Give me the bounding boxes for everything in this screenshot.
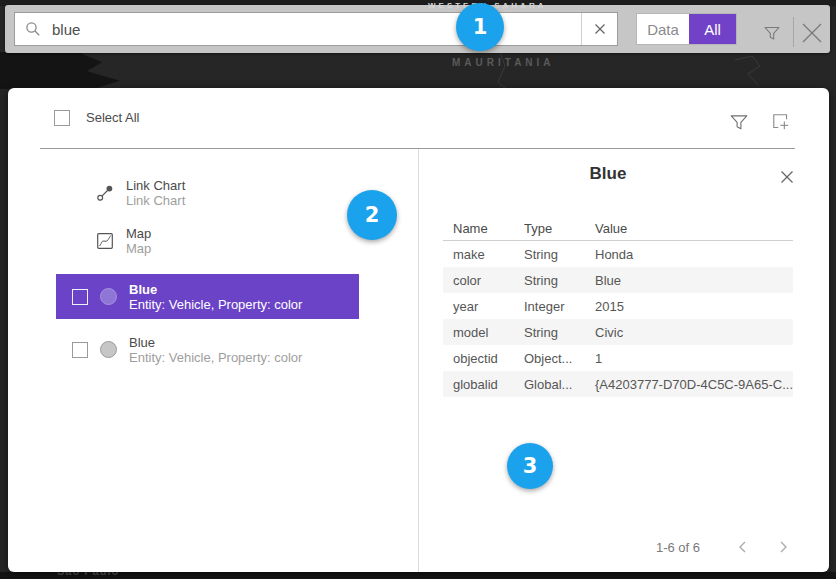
add-to-selection-button[interactable] bbox=[771, 112, 791, 132]
result-item-text: Link Chart Link Chart bbox=[126, 178, 185, 208]
close-x-icon bbox=[801, 22, 823, 44]
table-row: globalid Global... {A4203777-D70D-4C5C-9… bbox=[443, 371, 793, 397]
toolbar-filter-button[interactable] bbox=[759, 20, 785, 46]
close-x-icon bbox=[780, 170, 794, 184]
filter-funnel-icon bbox=[729, 112, 749, 132]
result-item-text: Blue Entity: Vehicle, Property: color bbox=[129, 335, 302, 365]
chevron-right-icon bbox=[774, 538, 792, 556]
column-header-name: Name bbox=[453, 221, 524, 236]
link-chart-icon bbox=[96, 184, 114, 202]
attribute-table-header: Name Type Value bbox=[443, 216, 793, 241]
result-item-text: Map Map bbox=[126, 226, 151, 256]
cell-value: Blue bbox=[595, 273, 793, 288]
result-item-subtitle: Map bbox=[126, 241, 151, 256]
cell-type: Object... bbox=[524, 351, 595, 366]
toolbar-divider bbox=[793, 17, 794, 47]
search-box[interactable] bbox=[14, 12, 618, 46]
detail-title: Blue bbox=[458, 164, 758, 184]
scope-all-button[interactable]: All bbox=[689, 14, 736, 44]
chevron-left-icon bbox=[734, 538, 752, 556]
table-row: make String Honda bbox=[443, 241, 793, 267]
clear-x-icon bbox=[594, 23, 606, 35]
cell-name: year bbox=[453, 299, 524, 314]
cell-type: String bbox=[524, 325, 595, 340]
result-item-title: Map bbox=[126, 226, 151, 241]
cell-name: model bbox=[453, 325, 524, 340]
scope-data-button[interactable]: Data bbox=[637, 14, 689, 44]
cell-type: Global... bbox=[524, 377, 595, 392]
pagination-prev-button[interactable] bbox=[734, 538, 752, 556]
result-item-checkbox[interactable] bbox=[72, 342, 88, 358]
pagination-next-button[interactable] bbox=[774, 538, 792, 556]
search-icon bbox=[25, 21, 41, 37]
cell-value: 2015 bbox=[595, 299, 793, 314]
search-toolbar: Data All bbox=[5, 5, 830, 53]
cell-name: globalid bbox=[453, 377, 524, 392]
select-all-label: Select All bbox=[86, 110, 139, 125]
column-header-type: Type bbox=[524, 221, 595, 236]
entity-circle-icon bbox=[100, 341, 117, 358]
result-item-map[interactable]: Map Map bbox=[56, 218, 359, 263]
result-item-blue[interactable]: Blue Entity: Vehicle, Property: color bbox=[56, 327, 359, 372]
add-selection-icon bbox=[771, 112, 791, 132]
map-boundary-lines bbox=[0, 52, 836, 89]
toolbar-close-button[interactable] bbox=[799, 20, 825, 46]
result-item-blue-selected[interactable]: Blue Entity: Vehicle, Property: color bbox=[56, 274, 359, 319]
result-item-link-chart[interactable]: Link Chart Link Chart bbox=[56, 170, 359, 215]
table-row: objectid Object... 1 bbox=[443, 345, 793, 371]
cell-value: 1 bbox=[595, 351, 793, 366]
cell-type: String bbox=[524, 273, 595, 288]
table-row: year Integer 2015 bbox=[443, 293, 793, 319]
map-bottom-strip bbox=[0, 572, 836, 579]
callout-badge-1: 1 bbox=[456, 3, 504, 51]
cell-type: String bbox=[524, 247, 595, 262]
select-all-checkbox[interactable] bbox=[54, 110, 70, 126]
cell-value: Honda bbox=[595, 247, 793, 262]
result-item-subtitle: Link Chart bbox=[126, 193, 185, 208]
list-detail-divider bbox=[418, 149, 419, 572]
cell-name: objectid bbox=[453, 351, 524, 366]
cell-name: make bbox=[453, 247, 524, 262]
column-header-value: Value bbox=[595, 221, 793, 236]
map-label-mauritania: MAURITANIA bbox=[452, 57, 555, 68]
result-item-subtitle: Entity: Vehicle, Property: color bbox=[129, 297, 302, 312]
result-item-title: Link Chart bbox=[126, 178, 185, 193]
callout-badge-2: 2 bbox=[347, 190, 397, 240]
cell-type: Integer bbox=[524, 299, 595, 314]
callout-badge-3: 3 bbox=[507, 443, 553, 489]
search-results-panel: Select All Link Chart Link Char bbox=[8, 88, 829, 572]
result-item-title: Blue bbox=[129, 282, 302, 297]
cell-value: Civic bbox=[595, 325, 793, 340]
table-row: model String Civic bbox=[443, 319, 793, 345]
search-overlay-screen: WESTERN SAHARA MAURITANIA São Paulo Data… bbox=[0, 0, 836, 579]
entity-circle-icon bbox=[100, 288, 117, 305]
pagination-label: 1-6 of 6 bbox=[638, 540, 718, 555]
attribute-table: Name Type Value make String Honda color … bbox=[443, 216, 793, 397]
table-row: color String Blue bbox=[443, 267, 793, 293]
result-item-text: Blue Entity: Vehicle, Property: color bbox=[129, 282, 302, 312]
result-item-subtitle: Entity: Vehicle, Property: color bbox=[129, 350, 302, 365]
filter-funnel-icon bbox=[763, 24, 781, 42]
clear-search-button[interactable] bbox=[581, 13, 617, 45]
scope-toggle: Data All bbox=[636, 13, 737, 45]
detail-close-button[interactable] bbox=[778, 168, 796, 186]
cell-value: {A4203777-D70D-4C5C-9A65-C... bbox=[595, 377, 793, 392]
results-filter-button[interactable] bbox=[729, 112, 749, 132]
map-icon bbox=[96, 232, 114, 250]
result-item-checkbox[interactable] bbox=[72, 289, 88, 305]
cell-name: color bbox=[453, 273, 524, 288]
result-item-title: Blue bbox=[129, 335, 302, 350]
